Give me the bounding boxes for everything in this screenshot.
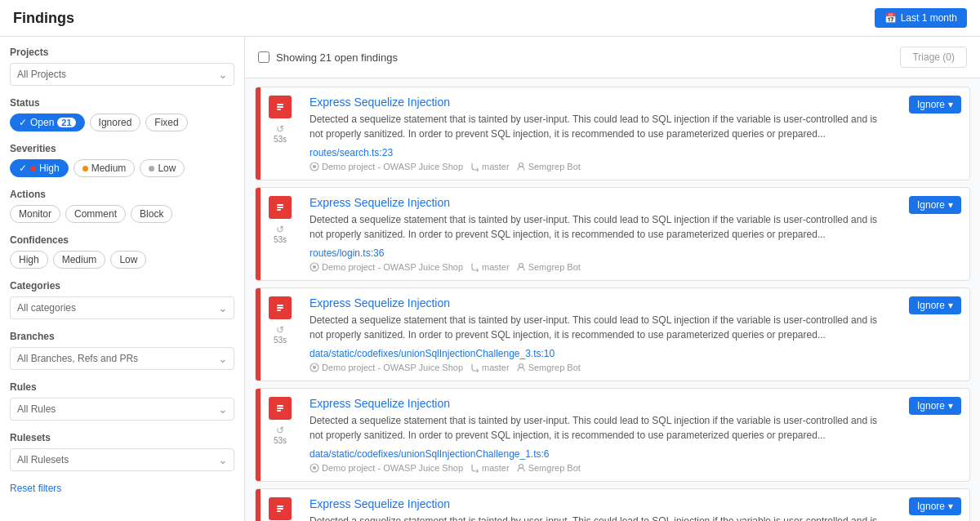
rules-select[interactable]: All Rules (10, 398, 234, 421)
action-comment-tag[interactable]: Comment (65, 205, 126, 223)
ignore-button[interactable]: Ignore ▾ (909, 397, 961, 415)
rulesets-select[interactable]: All Rulesets (10, 448, 234, 471)
action-block-tag[interactable]: Block (131, 205, 172, 223)
scanner-icon (516, 162, 526, 171)
finding-icon-col: ↺ 53s (261, 87, 300, 180)
main-layout: Projects All Projects Status ✓ Open 21 (0, 37, 980, 521)
action-monitor-tag[interactable]: Monitor (10, 205, 60, 223)
finding-icon-col: ↺ 53s (261, 389, 300, 481)
dropdown-chevron-icon: ▾ (948, 300, 953, 311)
finding-title[interactable]: Express Sequelize Injection (310, 397, 886, 410)
timer-value: 53s (274, 436, 287, 445)
finding-card: ↺ 53s Express Sequelize Injection Detect… (255, 187, 970, 281)
top-bar: Findings 📅 Last 1 month (0, 0, 980, 37)
project-icon (310, 262, 319, 272)
actions-label: Actions (10, 189, 234, 200)
finding-description: Detected a sequelize statement that is t… (310, 313, 886, 342)
branch-icon (470, 463, 479, 473)
categories-select[interactable]: All categories (10, 296, 234, 319)
finding-path[interactable]: routes/login.ts:36 (310, 247, 384, 259)
svg-rect-22 (277, 405, 283, 407)
finding-timer: ↺ 53s (274, 224, 287, 244)
confidence-high-tag[interactable]: High (10, 251, 48, 269)
finding-title[interactable]: Express Sequelize Injection (310, 497, 886, 510)
finding-icon-col: ↺ 53s (261, 489, 300, 521)
finding-sq-icon (274, 202, 286, 213)
actions-filter: Actions Monitor Comment Block (10, 189, 234, 223)
severities-filter: Severities ✓ High Medium Low (10, 143, 234, 177)
content-header: Showing 21 open findings Triage (0) (245, 37, 980, 78)
finding-actions: Ignore ▾ (896, 87, 969, 180)
finding-actions: Ignore ▾ (896, 288, 969, 381)
finding-path[interactable]: routes/search.ts:23 (310, 147, 393, 158)
severity-high-tag[interactable]: ✓ High (10, 159, 69, 177)
finding-icon-col: ↺ 53s (261, 288, 300, 381)
svg-rect-24 (277, 410, 281, 412)
app-container: Findings 📅 Last 1 month Projects All Pro… (0, 0, 980, 521)
scanner-icon (516, 262, 526, 272)
finding-description: Detected a sequelize statement that is t… (310, 413, 886, 443)
status-ignored-tag[interactable]: Ignored (90, 114, 141, 131)
finding-path[interactable]: data/static/codefixes/unionSqlInjectionC… (310, 348, 555, 359)
svg-rect-2 (277, 106, 283, 108)
finding-body: Express Sequelize Injection Detected a s… (300, 389, 896, 481)
svg-rect-30 (277, 508, 283, 510)
projects-select[interactable]: All Projects (10, 63, 234, 86)
confidence-low-tag[interactable]: Low (110, 251, 146, 269)
ignore-button[interactable]: Ignore ▾ (909, 296, 961, 314)
severity-low-tag[interactable]: Low (140, 159, 185, 177)
timer-icon: ↺ (276, 425, 284, 436)
meta-scanner: Semgrep Bot (516, 363, 581, 372)
finding-title[interactable]: Express Sequelize Injection (310, 96, 886, 109)
finding-path[interactable]: data/static/codefixes/unionSqlInjectionC… (310, 448, 550, 460)
svg-point-19 (313, 366, 316, 369)
triage-button[interactable]: Triage (0) (900, 47, 967, 68)
medium-dot (82, 166, 88, 171)
status-fixed-tag[interactable]: Fixed (145, 114, 187, 131)
svg-point-26 (313, 466, 316, 470)
select-all-label[interactable]: Showing 21 open findings (258, 51, 398, 64)
finding-title[interactable]: Express Sequelize Injection (310, 196, 886, 209)
confidence-medium-tag[interactable]: Medium (53, 251, 106, 269)
branches-select-wrapper: All Branches, Refs and PRs (10, 347, 234, 370)
meta-branch: master (470, 363, 510, 372)
status-open-tag[interactable]: ✓ Open 21 (10, 114, 85, 131)
calendar-icon: 📅 (884, 12, 897, 24)
severity-medium-tag[interactable]: Medium (74, 159, 136, 177)
svg-rect-16 (277, 307, 283, 309)
branches-label: Branches (10, 331, 234, 342)
last-month-button[interactable]: 📅 Last 1 month (875, 8, 967, 28)
svg-rect-23 (277, 407, 283, 409)
check-icon: ✓ (19, 163, 27, 174)
rules-label: Rules (10, 381, 234, 393)
finding-red-box (269, 497, 292, 520)
reset-filters-link[interactable]: Reset filters (10, 483, 234, 494)
finding-body: Express Sequelize Injection Detected a s… (300, 87, 896, 180)
finding-timer: ↺ 53s (274, 425, 287, 445)
sidebar: Projects All Projects Status ✓ Open 21 (0, 37, 245, 521)
rulesets-select-wrapper: All Rulesets (10, 448, 234, 471)
finding-body: Express Sequelize Injection Detected a s… (300, 188, 896, 280)
ignore-button[interactable]: Ignore ▾ (909, 497, 961, 515)
meta-branch: master (470, 262, 510, 272)
svg-rect-29 (277, 505, 283, 507)
dropdown-chevron-icon: ▾ (948, 99, 953, 110)
finding-title[interactable]: Express Sequelize Injection (310, 296, 886, 309)
finding-sq-icon (274, 101, 286, 113)
timer-value: 53s (274, 235, 287, 244)
svg-rect-17 (277, 309, 281, 311)
ignore-button[interactable]: Ignore ▾ (909, 96, 961, 114)
status-label: Status (10, 97, 234, 109)
meta-branch: master (470, 162, 510, 171)
ignore-button[interactable]: Ignore ▾ (909, 196, 961, 214)
status-tags: ✓ Open 21 Ignored Fixed (10, 114, 234, 131)
finding-sq-icon (274, 403, 286, 414)
svg-rect-31 (277, 510, 281, 512)
select-all-checkbox[interactable] (258, 51, 270, 63)
finding-timer: ↺ 53s (274, 123, 287, 144)
projects-filter: Projects All Projects (10, 47, 234, 86)
meta-project: Demo project - OWASP Juice Shop (310, 262, 463, 272)
finding-actions: Ignore ▾ (896, 489, 969, 521)
branches-select[interactable]: All Branches, Refs and PRs (10, 347, 234, 370)
finding-actions: Ignore ▾ (896, 188, 969, 280)
